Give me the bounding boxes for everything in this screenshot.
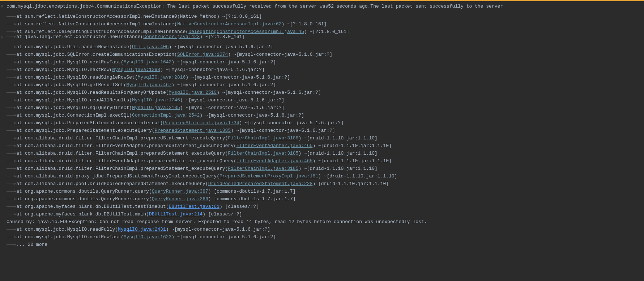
paren-close: ) [217, 14, 219, 19]
source-link[interactable]: NativeConstructorAccessorImpl.java:62 [177, 21, 282, 27]
source-link[interactable]: Constructor.java:423 [143, 34, 200, 39]
source-link[interactable]: PreparedStatementProxyImpl.java:181 [219, 173, 318, 179]
source-link[interactable]: MysqlIO.java:2135 [132, 105, 180, 110]
frame-jar: [druid-1.1.10.jar:1.1.10] [315, 181, 389, 186]
source-link[interactable]: MysqlIO.java:2431 [118, 227, 166, 232]
gutter-empty [0, 18, 7, 25]
frame-method: com.mysql.jdbc.Util.handleNewInstance [25, 44, 129, 50]
gutter-empty [0, 200, 7, 208]
gutter-empty [0, 155, 7, 162]
source-link[interactable]: FilterEventAdapter.java:465 [236, 143, 313, 148]
paren-open: ( [135, 75, 138, 80]
fold-icon[interactable]: △ [0, 33, 7, 41]
frame-at: at [16, 151, 25, 156]
gutter-empty [0, 79, 7, 86]
source-link[interactable]: FilterChainImpl.java:3185 [228, 166, 298, 171]
gutter-empty [0, 117, 7, 124]
frame-at: at [16, 158, 25, 164]
indent-marker: ———▸ [7, 127, 16, 134]
source-link[interactable]: FilterChainImpl.java:3185 [228, 151, 298, 156]
exception-message: : The last packet successfully received … [162, 4, 503, 9]
paren-close: ) [231, 128, 234, 133]
frame-method: com.mysql.jdbc.ConnectionImpl.execSQL [25, 113, 129, 118]
frame-method: com.mysql.jdbc.MysqlIO.readSingleRowSet [25, 75, 135, 80]
paren-open: ( [174, 21, 177, 27]
source-link[interactable]: QueryRunner.java:387 [152, 189, 208, 194]
frame-method: com.mysql.jdbc.MysqlIO.nextRow [25, 67, 110, 72]
frame-method: com.mysql.jdbc.MysqlIO.nextRowFast [25, 59, 121, 65]
frame-jar: ~[druid-1.1.10.jar:1.1.10] [315, 143, 392, 148]
more-frames-text: ... 20 more [16, 242, 47, 247]
frame-method: org.apache.commons.dbutils.QueryRunner.q… [25, 189, 149, 194]
frame-jar: ~[mysql-connector-java-5.1.6.jar:?] [171, 44, 273, 50]
source-link[interactable]: ConnectionImpl.java:2542 [132, 113, 200, 118]
source-link[interactable]: MysqlIO.java:1623 [124, 234, 172, 240]
source-link: Native Method [180, 14, 217, 19]
indent-marker: ———▸ [7, 20, 16, 28]
source-link[interactable]: SQLError.java:1074 [177, 52, 228, 57]
frame-jar: ~[mysql-connector-java-5.1.6.jar:?] [174, 234, 276, 240]
console-output: ▽ com.mysql.jdbc.exceptions.jdbc4.Commun… [0, 1, 644, 249]
source-link[interactable]: MysqlIO.java:2510 [169, 90, 217, 95]
paren-close: ) [171, 82, 174, 88]
source-link[interactable]: MysqlIO.java:1746 [132, 97, 180, 103]
paren-open: ( [115, 227, 118, 232]
frame-jar: ~[druid-1.1.10.jar:1.1.10] [301, 135, 378, 141]
source-link[interactable]: Util.java:406 [132, 44, 169, 50]
frame-method: org.apache.commons.dbutils.QueryRunner.q… [25, 196, 149, 202]
stack-frame: ———▸at com.mysql.jdbc.Util.handleNewInst… [0, 41, 644, 48]
source-link[interactable]: DBUtilTest.java:214 [149, 211, 202, 217]
paren-open: ( [160, 120, 163, 126]
frame-jar: [classes/:?] [205, 211, 242, 217]
source-link[interactable]: MysqlIO.java:1398 [112, 67, 161, 72]
paren-close: ) [185, 75, 188, 80]
paren-open: ( [177, 14, 180, 19]
frame-method: com.alibaba.druid.filter.FilterChainImpl… [25, 166, 225, 171]
indent-marker: ———▸ [7, 33, 16, 41]
paren-open: ( [166, 204, 169, 209]
frame-jar: [classes/:?] [222, 204, 259, 209]
source-link[interactable]: MysqlIO.java:1642 [124, 59, 172, 65]
exception-class: com.mysql.jdbc.exceptions.jdbc4.Communic… [7, 4, 162, 9]
paren-open: ( [146, 211, 149, 217]
indent-marker: ———▸ [7, 157, 16, 165]
frame-at: at [16, 181, 25, 186]
source-link[interactable]: PreparedStatement.java:1885 [155, 128, 231, 133]
source-link[interactable]: FilterChainImpl.java:3188 [228, 135, 298, 141]
paren-open: ( [234, 143, 236, 148]
frame-jar: ~[druid-1.1.10.jar:1.1.10] [321, 173, 397, 179]
frame-jar: ~[mysql-connector-java-5.1.6.jar:?] [183, 97, 285, 103]
source-link[interactable]: MysqlIO.java:2816 [138, 75, 186, 80]
gutter-empty [0, 56, 7, 63]
frame-method: com.alibaba.druid.filter.FilterEventAdap… [25, 158, 234, 164]
source-link[interactable]: QueryRunner.java:266 [152, 196, 208, 202]
frame-jar: ~[mysql-connector-java-5.1.6.jar:?] [174, 82, 276, 88]
frame-at: at [16, 189, 25, 194]
frame-method: com.mysql.jdbc.SQLError.createCommunicat… [25, 52, 174, 57]
paren-close: ) [180, 97, 183, 103]
gutter-empty [0, 63, 7, 71]
stacktrace-frames: ———▸at sun.reflect.NativeConstructorAcce… [0, 10, 644, 215]
frame-method: java.lang.reflect.Constructor.newInstanc… [25, 34, 141, 39]
frame-at: at [16, 234, 25, 240]
frame-at: at [16, 21, 25, 27]
paren-close: ) [166, 227, 169, 232]
frame-at: at [16, 128, 25, 133]
frame-at: at [16, 90, 25, 95]
fold-icon-down[interactable]: ▽ [0, 3, 7, 11]
gutter-empty [0, 170, 7, 177]
frame-at: at [16, 204, 25, 209]
source-link[interactable]: FilterEventAdapter.java:465 [236, 158, 313, 164]
gutter-empty [0, 48, 7, 56]
caused-by-exception-class: java.io.EOFException [38, 219, 94, 225]
gutter-empty [0, 71, 7, 79]
source-link[interactable]: DruidPooledPreparedStatement.java:228 [208, 181, 313, 186]
frame-at: at [16, 75, 25, 80]
source-link[interactable]: MysqlIO.java:467 [127, 82, 172, 88]
source-link[interactable]: PreparedStatement.java:1734 [163, 120, 239, 126]
paren-close: ) [228, 52, 231, 57]
indent-marker: ———▸ [7, 150, 16, 157]
source-link[interactable]: DBUtilTest.java:61 [169, 204, 219, 209]
frame-method: org.apache.myfaces.blank.db.DBUtilTest.m… [25, 211, 146, 217]
paren-close: ) [217, 90, 219, 95]
